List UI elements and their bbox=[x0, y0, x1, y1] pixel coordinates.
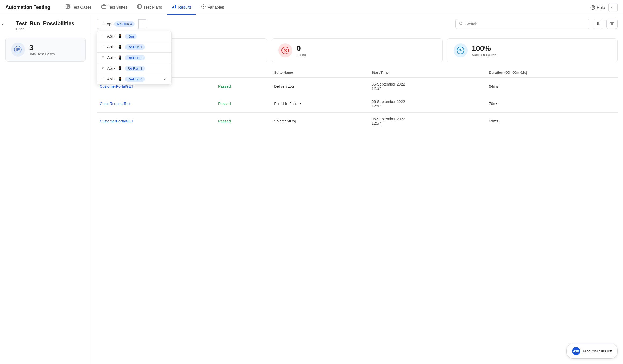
cell-test-case: CustomerPortalGET bbox=[97, 113, 215, 130]
top-nav: Automation Testing Test Cases Test Suite… bbox=[0, 0, 623, 15]
chevron-up-icon[interactable]: ⌃ bbox=[139, 19, 147, 28]
stat-text: 3 Total Test Cases bbox=[29, 43, 55, 56]
search-icon bbox=[459, 21, 463, 27]
svg-point-11 bbox=[592, 8, 593, 9]
failed-icon-wrap bbox=[278, 43, 292, 57]
trial-count: 439 bbox=[572, 347, 580, 355]
cell-start-time: 06-September-2022 12:57 bbox=[368, 77, 486, 95]
dropdown-item-rerun1[interactable]: Api - 📱 Re-Run 1 bbox=[97, 42, 171, 52]
dropdown-item-rerun2[interactable]: Api - 📱 Re-Run 2 bbox=[97, 53, 171, 63]
total-test-cases-card: 3 Total Test Cases bbox=[5, 38, 86, 62]
dropdown-item-api-5: Api - bbox=[107, 77, 115, 81]
svg-rect-14 bbox=[16, 49, 20, 50]
tab-variables-label: Variables bbox=[207, 5, 224, 9]
test-case-link[interactable]: CustomerPortalGET bbox=[100, 119, 134, 123]
main-layout: ‹ Test_Run_Possibilities Once 3 Total Te… bbox=[0, 15, 623, 364]
stat-count: 3 bbox=[29, 43, 55, 52]
dropdown-item-mobile-3: 📱 bbox=[118, 55, 122, 60]
status-badge: Passed bbox=[218, 84, 231, 88]
rate-icon-wrap bbox=[454, 43, 468, 57]
svg-rect-13 bbox=[16, 48, 20, 49]
cell-duration: 69ms bbox=[486, 113, 618, 130]
rate-count: 100% bbox=[472, 44, 496, 53]
dropdown-rerun1-badge: Re-Run 1 bbox=[125, 44, 145, 50]
svg-rect-6 bbox=[172, 7, 173, 8]
dropdown-item-api-4: Api - bbox=[107, 66, 115, 70]
cell-duration: 70ms bbox=[486, 95, 618, 113]
dropdown-item-mobile-1: 📱 bbox=[118, 34, 122, 38]
dropdown-item-mobile-2: 📱 bbox=[118, 45, 122, 49]
cell-start-time: 06-September-2022 12:57 bbox=[368, 113, 486, 130]
col-suite-name: Suite Name bbox=[271, 68, 368, 77]
dropdown-rerun4-badge: Re-Run 4 bbox=[125, 77, 145, 82]
app-title: Automation Testing bbox=[5, 5, 50, 10]
toolbar: Api Re-Run 4 ⌃ Api - 📱 Run bbox=[91, 15, 623, 33]
tab-variables[interactable]: Variables bbox=[197, 0, 228, 15]
table-row: CustomerPortalGET Passed ShipmentLog 06-… bbox=[97, 113, 618, 130]
more-button[interactable]: ··· bbox=[608, 3, 618, 12]
trial-label: Free trial runs left bbox=[583, 349, 612, 353]
metric-text-rate: 100% Success Rate% bbox=[472, 44, 496, 57]
sidebar: ‹ Test_Run_Possibilities Once 3 Total Te… bbox=[0, 15, 91, 364]
tab-results[interactable]: Results bbox=[167, 0, 196, 15]
test-case-link[interactable]: ChainRequestTest bbox=[100, 102, 130, 106]
dropdown-item-api-2: Api - bbox=[107, 45, 115, 49]
svg-rect-15 bbox=[16, 50, 18, 51]
search-input[interactable] bbox=[465, 22, 586, 26]
cell-suite-name: ShipmentLog bbox=[271, 113, 368, 130]
dropdown-item-run[interactable]: Api - 📱 Run bbox=[97, 31, 171, 42]
test-plans-icon bbox=[137, 4, 142, 10]
run-prefix: Api bbox=[107, 22, 112, 26]
results-icon bbox=[172, 4, 176, 10]
failed-label: Failed bbox=[296, 53, 306, 57]
search-wrap bbox=[455, 19, 589, 29]
filter-icon bbox=[610, 22, 614, 26]
test-cases-icon bbox=[65, 4, 70, 10]
tab-test-plans-label: Test Plans bbox=[143, 5, 162, 9]
svg-rect-8 bbox=[175, 5, 176, 8]
cell-status: Passed bbox=[215, 95, 271, 113]
dropdown-rerun2-badge: Re-Run 2 bbox=[125, 55, 145, 60]
checkmark-icon: ✓ bbox=[164, 77, 167, 82]
tab-test-suites-label: Test Suites bbox=[108, 5, 127, 9]
col-duration: Duration (00h 00m 01s) bbox=[486, 68, 618, 77]
status-badge: Passed bbox=[218, 102, 231, 106]
total-test-cases-icon-wrap bbox=[11, 43, 25, 57]
metric-card-failed: 0 Failed bbox=[272, 38, 442, 62]
filter-button[interactable] bbox=[606, 19, 618, 29]
stat-label: Total Test Cases bbox=[29, 52, 55, 56]
col-status bbox=[215, 68, 271, 77]
back-button[interactable]: ‹ bbox=[2, 21, 4, 27]
rate-label: Success Rate% bbox=[472, 53, 496, 57]
col-start-time: Start Time bbox=[368, 68, 486, 77]
cell-status: Passed bbox=[215, 113, 271, 130]
cell-test-case: ChainRequestTest bbox=[97, 95, 215, 113]
dropdown-item-api-1: Api - bbox=[107, 34, 115, 38]
nav-tabs: Test Cases Test Suites Test Plans Result… bbox=[61, 0, 590, 15]
cell-start-time: 06-September-2022 12:57 bbox=[368, 95, 486, 113]
run-selector-button[interactable]: Api Re-Run 4 bbox=[97, 19, 139, 29]
results-table: Test Case Suite Name Start Time Duration… bbox=[97, 68, 618, 130]
table-row: ChainRequestTest Passed Possible Failure… bbox=[97, 95, 618, 113]
tab-results-label: Results bbox=[178, 5, 191, 9]
content-area: Api Re-Run 4 ⌃ Api - 📱 Run bbox=[91, 15, 623, 364]
sort-icon: ⇅ bbox=[596, 22, 600, 26]
dropdown-item-mobile-5: 📱 bbox=[118, 77, 122, 81]
dropdown-rerun3-badge: Re-Run 3 bbox=[125, 66, 145, 71]
cell-duration: 64ms bbox=[486, 77, 618, 95]
svg-rect-4 bbox=[102, 5, 106, 8]
run-badge: Re-Run 4 bbox=[114, 21, 135, 27]
tab-test-cases[interactable]: Test Cases bbox=[61, 0, 96, 15]
tab-test-plans[interactable]: Test Plans bbox=[133, 0, 166, 15]
svg-rect-5 bbox=[138, 5, 141, 8]
sort-button[interactable]: ⇅ bbox=[593, 19, 603, 29]
cell-status: Passed bbox=[215, 77, 271, 95]
tab-test-suites[interactable]: Test Suites bbox=[97, 0, 132, 15]
help-button[interactable]: Help bbox=[590, 5, 605, 10]
dropdown-item-rerun4[interactable]: Api - 📱 Re-Run 4 ✓ bbox=[97, 74, 171, 84]
test-case-link[interactable]: CustomerPortalGET bbox=[100, 84, 134, 88]
sidebar-subtitle: Once bbox=[16, 27, 86, 31]
dropdown-item-rerun3[interactable]: Api - 📱 Re-Run 3 bbox=[97, 63, 171, 74]
table-wrap: Test Case Suite Name Start Time Duration… bbox=[91, 62, 623, 364]
failed-count: 0 bbox=[296, 44, 306, 53]
